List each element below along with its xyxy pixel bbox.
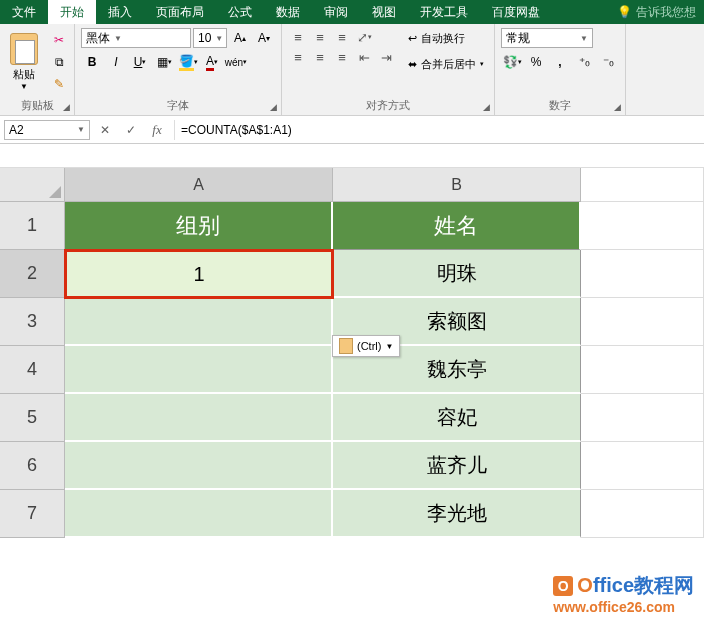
cell-rest[interactable] [581, 442, 704, 490]
align-bottom-button[interactable]: ≡ [332, 28, 352, 46]
tab-file[interactable]: 文件 [0, 0, 48, 24]
align-left-button[interactable]: ≡ [288, 48, 308, 66]
align-middle-button[interactable]: ≡ [310, 28, 330, 46]
cell-a2-active[interactable]: 1 [65, 250, 333, 298]
cell-rest[interactable] [581, 490, 704, 538]
select-all-corner[interactable] [0, 168, 65, 202]
font-name-combo[interactable]: 黑体 ▼ [81, 28, 191, 48]
col-header-a[interactable]: A [65, 168, 333, 202]
orientation-button[interactable]: ⤢▾ [354, 28, 374, 46]
cell-rest[interactable] [581, 394, 704, 442]
name-box[interactable]: A2 ▼ [4, 120, 90, 140]
tab-dev[interactable]: 开发工具 [408, 0, 480, 24]
paste-hint-label: (Ctrl) [357, 340, 381, 352]
watermark-url: www.office26.com [553, 599, 694, 615]
tab-view[interactable]: 视图 [360, 0, 408, 24]
font-size-combo[interactable]: 10 ▼ [193, 28, 227, 48]
cell-b2[interactable]: 明珠 [333, 250, 581, 298]
cell-b5[interactable]: 容妃 [333, 394, 581, 442]
copy-icon: ⧉ [55, 55, 64, 69]
number-launcher[interactable]: ◢ [611, 102, 623, 114]
percent-button[interactable]: % [525, 52, 547, 72]
cell-b6[interactable]: 蓝齐儿 [333, 442, 581, 490]
alignment-launcher[interactable]: ◢ [480, 102, 492, 114]
check-icon: ✓ [126, 123, 136, 137]
tab-insert[interactable]: 插入 [96, 0, 144, 24]
cell-b1[interactable]: 姓名 [333, 202, 581, 250]
font-group-label: 字体 [81, 97, 275, 113]
increase-indent-button[interactable]: ⇥ [376, 48, 396, 66]
spacer [0, 144, 704, 168]
chevron-down-icon: ▾ [480, 60, 484, 68]
row-header-1[interactable]: 1 [0, 202, 65, 250]
cell-rest[interactable] [581, 250, 704, 298]
row-header-4[interactable]: 4 [0, 346, 65, 394]
cell-rest[interactable] [581, 202, 704, 250]
col-header-b[interactable]: B [333, 168, 581, 202]
tab-baidu[interactable]: 百度网盘 [480, 0, 552, 24]
formula-input[interactable] [174, 120, 704, 140]
decrease-font-button[interactable]: A▾ [253, 28, 275, 48]
tell-me-label: 告诉我您想 [636, 4, 696, 21]
comma-button[interactable]: , [549, 52, 571, 72]
tell-me[interactable]: 💡 告诉我您想 [609, 4, 704, 21]
currency-button[interactable]: 💱▾ [501, 52, 523, 72]
row-header-7[interactable]: 7 [0, 490, 65, 538]
tab-home[interactable]: 开始 [48, 0, 96, 24]
cell-a5[interactable] [65, 394, 333, 442]
cell-a7[interactable] [65, 490, 333, 538]
merge-label: 合并后居中 [421, 57, 476, 72]
cell-rest[interactable] [581, 298, 704, 346]
cell-b7[interactable]: 李光地 [333, 490, 581, 538]
chevron-down-icon: ▼ [215, 34, 223, 43]
row-header-2[interactable]: 2 [0, 250, 65, 298]
row-header-6[interactable]: 6 [0, 442, 65, 490]
paste-options-tag[interactable]: (Ctrl) ▼ [332, 335, 400, 357]
align-top-button[interactable]: ≡ [288, 28, 308, 46]
align-center-button[interactable]: ≡ [310, 48, 330, 66]
paste-button[interactable]: 粘贴 ▼ [6, 31, 42, 93]
wrap-icon: ↩ [408, 32, 417, 45]
phonetic-button[interactable]: wén▾ [225, 52, 247, 72]
bold-button[interactable]: B [81, 52, 103, 72]
increase-decimal-button[interactable]: ⁺₀ [573, 52, 595, 72]
italic-button[interactable]: I [105, 52, 127, 72]
cell-rest[interactable] [581, 346, 704, 394]
enter-formula-button[interactable]: ✓ [118, 120, 144, 140]
font-color-button[interactable]: A▾ [201, 52, 223, 72]
wrap-text-button[interactable]: ↩ 自动换行 [404, 28, 488, 48]
tab-review[interactable]: 审阅 [312, 0, 360, 24]
row-header-3[interactable]: 3 [0, 298, 65, 346]
decrease-decimal-button[interactable]: ⁻₀ [597, 52, 619, 72]
group-alignment: ≡ ≡ ≡ ⤢▾ ≡ ≡ ≡ ⇤ ⇥ ↩ 自动换行 [282, 24, 495, 115]
tab-data[interactable]: 数据 [264, 0, 312, 24]
merge-icon: ⬌ [408, 58, 417, 71]
align-right-button[interactable]: ≡ [332, 48, 352, 66]
cell-a6[interactable] [65, 442, 333, 490]
cancel-formula-button[interactable]: ✕ [92, 120, 118, 140]
increase-font-button[interactable]: A▴ [229, 28, 251, 48]
border-button[interactable]: ▦▾ [153, 52, 175, 72]
insert-function-button[interactable]: fx [144, 120, 170, 140]
col-header-rest[interactable] [581, 168, 704, 202]
row-header-5[interactable]: 5 [0, 394, 65, 442]
cell-a3[interactable] [65, 298, 333, 346]
clipboard-launcher[interactable]: ◢ [60, 102, 72, 114]
fill-color-button[interactable]: 🪣▾ [177, 52, 199, 72]
cell-a4[interactable] [65, 346, 333, 394]
tab-layout[interactable]: 页面布局 [144, 0, 216, 24]
chevron-down-icon: ▼ [385, 342, 393, 351]
decrease-indent-button[interactable]: ⇤ [354, 48, 374, 66]
cell-a1[interactable]: 组别 [65, 202, 333, 250]
tab-formula[interactable]: 公式 [216, 0, 264, 24]
number-format-combo[interactable]: 常规 ▼ [501, 28, 593, 48]
format-painter-button[interactable]: ✎ [50, 75, 68, 93]
underline-button[interactable]: U▾ [129, 52, 151, 72]
group-number: 常规 ▼ 💱▾ % , ⁺₀ ⁻₀ 数字 ◢ [495, 24, 626, 115]
merge-center-button[interactable]: ⬌ 合并后居中 ▾ [404, 54, 488, 74]
ribbon-tabs: 文件 开始 插入 页面布局 公式 数据 审阅 视图 开发工具 百度网盘 💡 告诉… [0, 0, 704, 24]
font-launcher[interactable]: ◢ [267, 102, 279, 114]
brush-icon: ✎ [54, 77, 64, 91]
copy-button[interactable]: ⧉ [50, 53, 68, 71]
cut-button[interactable]: ✂ [50, 31, 68, 49]
